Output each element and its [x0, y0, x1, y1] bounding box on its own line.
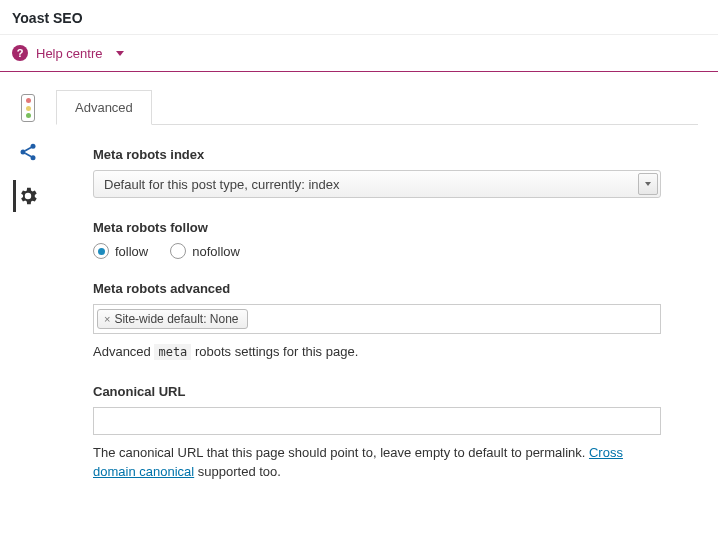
radio-follow[interactable]: follow — [93, 243, 148, 259]
label-meta-robots-follow: Meta robots follow — [93, 220, 661, 235]
input-canonical-url[interactable] — [93, 407, 661, 435]
helper-canonical-url: The canonical URL that this page should … — [93, 443, 661, 482]
radio-nofollow-label: nofollow — [192, 244, 240, 259]
tab-panel-advanced: Meta robots index Default for this post … — [56, 125, 698, 500]
help-centre-toggle[interactable]: ? Help centre — [0, 35, 718, 72]
radio-icon — [170, 243, 186, 259]
sidebar-tab-advanced[interactable] — [13, 180, 41, 212]
label-meta-robots-index: Meta robots index — [93, 147, 661, 162]
select-meta-robots-index[interactable]: Default for this post type, currently: i… — [93, 170, 661, 198]
gear-icon — [17, 185, 39, 207]
share-icon — [18, 142, 38, 162]
radio-follow-label: follow — [115, 244, 148, 259]
close-icon[interactable]: × — [104, 313, 110, 325]
sidebar-tab-social[interactable] — [14, 136, 42, 168]
field-canonical-url: Canonical URL The canonical URL that thi… — [93, 384, 661, 482]
help-centre-label: Help centre — [36, 46, 102, 61]
radio-icon — [93, 243, 109, 259]
panel-header: Yoast SEO — [0, 0, 718, 35]
label-meta-robots-advanced: Meta robots advanced — [93, 281, 661, 296]
dropdown-handle-icon — [638, 173, 658, 195]
traffic-light-icon — [21, 94, 35, 122]
field-meta-robots-advanced: Meta robots advanced × Site-wide default… — [93, 281, 661, 362]
svg-point-1 — [21, 150, 26, 155]
label-canonical-url: Canonical URL — [93, 384, 661, 399]
token-label: Site-wide default: None — [114, 312, 238, 326]
tab-advanced[interactable]: Advanced — [56, 90, 152, 125]
sidebar-tab-readability[interactable] — [14, 92, 42, 124]
radio-nofollow[interactable]: nofollow — [170, 243, 240, 259]
metabox-sidebar — [0, 90, 56, 520]
chevron-down-icon — [116, 51, 124, 56]
token-sitewide-default[interactable]: × Site-wide default: None — [97, 309, 248, 329]
code-meta: meta — [154, 344, 191, 360]
helper-meta-robots-advanced: Advanced meta robots settings for this p… — [93, 342, 661, 362]
field-meta-robots-index: Meta robots index Default for this post … — [93, 147, 661, 198]
help-icon: ? — [12, 45, 28, 61]
tokenbox-meta-robots-advanced[interactable]: × Site-wide default: None — [93, 304, 661, 334]
panel-title: Yoast SEO — [12, 10, 83, 26]
tab-row: Advanced — [56, 90, 698, 125]
field-meta-robots-follow: Meta robots follow follow nofollow — [93, 220, 661, 259]
select-value: Default for this post type, currently: i… — [104, 177, 340, 192]
